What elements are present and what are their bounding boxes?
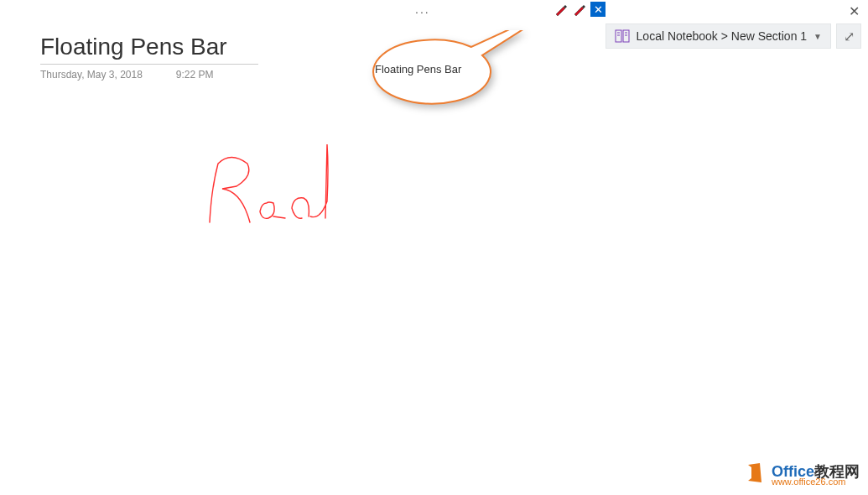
expand-button[interactable]: ⤢ bbox=[836, 23, 861, 49]
more-menu[interactable]: ··· bbox=[415, 5, 430, 18]
title-divider bbox=[40, 64, 258, 65]
callout-label: Floating Pens Bar bbox=[375, 63, 461, 76]
svg-rect-0 bbox=[616, 30, 621, 42]
close-window-icon[interactable]: ✕ bbox=[849, 3, 860, 19]
pen-red-1-icon[interactable] bbox=[554, 2, 569, 17]
page-time[interactable]: 9:22 PM bbox=[176, 69, 214, 81]
watermark: Office教程网 www.office26.com bbox=[743, 461, 860, 488]
breadcrumb-text: Local Notebook > New Section 1 bbox=[637, 29, 808, 43]
notebook-icon bbox=[615, 29, 630, 43]
expand-icon: ⤢ bbox=[844, 29, 855, 44]
page-meta: Thursday, May 3, 2018 9:22 PM bbox=[40, 69, 214, 81]
pen-red-2-icon[interactable] bbox=[572, 2, 587, 17]
page-date[interactable]: Thursday, May 3, 2018 bbox=[40, 69, 143, 81]
chevron-down-icon: ▼ bbox=[813, 32, 822, 41]
close-pens-bar-button[interactable]: ✕ bbox=[590, 2, 606, 17]
page-title[interactable]: Floating Pens Bar bbox=[40, 34, 227, 60]
watermark-url: www.office26.com bbox=[772, 477, 860, 487]
floating-pens-bar: ✕ bbox=[554, 2, 606, 17]
svg-rect-1 bbox=[623, 30, 629, 42]
office-logo-icon bbox=[743, 461, 767, 488]
breadcrumb[interactable]: Local Notebook > New Section 1 ▼ bbox=[606, 23, 831, 49]
ink-handwriting-red bbox=[201, 143, 369, 247]
